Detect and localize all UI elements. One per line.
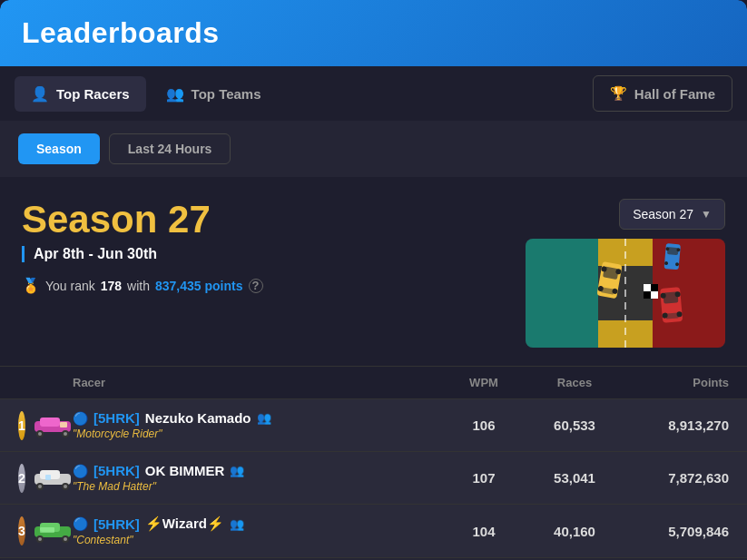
wpm-cell-1: 106 xyxy=(438,418,529,433)
svg-point-41 xyxy=(38,485,42,488)
wpm-cell-2: 107 xyxy=(438,470,529,486)
svg-rect-43 xyxy=(45,475,51,480)
tab-top-teams-label: Top Teams xyxy=(192,86,261,102)
svg-rect-24 xyxy=(664,243,681,270)
rank-trophy-icon: 🏅 xyxy=(22,277,40,294)
racer-title-3: "Contestant" xyxy=(73,534,244,546)
season-dropdown[interactable]: Season 27 ▼ xyxy=(619,199,725,230)
filter-season-label: Season xyxy=(36,142,82,156)
racer-cell-2: 🔵 [5HRK] OK BIMMER 👥 "The Mad Hatter" xyxy=(73,463,438,493)
car-icon-2 xyxy=(33,466,73,491)
svg-rect-1 xyxy=(526,239,598,348)
racer-team-2: [5HRK] xyxy=(93,463,140,478)
svg-point-42 xyxy=(64,485,67,488)
tab-top-teams[interactable]: 👥 Top Teams xyxy=(150,76,278,112)
medal-bronze: 3 xyxy=(18,516,25,545)
svg-rect-7 xyxy=(644,291,651,299)
race-track-image xyxy=(526,239,725,348)
season-title: Season 27 xyxy=(22,199,263,241)
page-header: Leaderboards xyxy=(0,0,747,66)
racer-team-3: [5HRK] xyxy=(93,516,140,532)
rank-with-text: with xyxy=(127,279,150,293)
racer-name-row-3: 🔵 [5HRK] ⚡Wizard⚡ 👥 xyxy=(73,516,244,532)
racer-title-1: "Motorcycle Rider" xyxy=(73,427,271,440)
teams-icon: 👥 xyxy=(166,85,184,103)
verified-icon-1: 🔵 xyxy=(73,411,88,426)
racer-cell-3: 🔵 [5HRK] ⚡Wizard⚡ 👥 "Contestant" xyxy=(73,516,438,546)
filter-season-button[interactable]: Season xyxy=(18,133,100,164)
svg-rect-50 xyxy=(40,527,54,533)
col-wpm: WPM xyxy=(438,376,529,389)
racer-details-1: 🔵 [5HRK] Nezuko Kamado 👥 "Motorcycle Rid… xyxy=(73,410,271,440)
racer-details-2: 🔵 [5HRK] OK BIMMER 👥 "The Mad Hatter" xyxy=(73,463,244,493)
racer-cell-1: 🔵 [5HRK] Nezuko Kamado 👥 "Motorcycle Rid… xyxy=(73,410,438,440)
tab-top-racers-label: Top Racers xyxy=(56,86,130,102)
hall-of-fame-button[interactable]: 🏆 Hall of Fame xyxy=(593,75,732,112)
races-cell-2: 53,041 xyxy=(529,470,620,486)
racer-name-1: Nezuko Kamado xyxy=(145,410,251,426)
filter-bar: Season Last 24 Hours xyxy=(0,121,747,177)
svg-rect-8 xyxy=(651,291,658,299)
car-icon-1 xyxy=(33,413,73,438)
season-dropdown-value: Season 27 xyxy=(633,207,693,221)
points-cell-3: 5,709,846 xyxy=(620,524,729,539)
svg-point-48 xyxy=(38,537,42,541)
team-member-icon-1: 👥 xyxy=(257,411,271,425)
team-member-icon-2: 👥 xyxy=(230,464,244,477)
col-rank xyxy=(18,376,73,389)
racer-icon: 👤 xyxy=(31,85,49,103)
col-racer: Racer xyxy=(73,376,438,389)
hall-of-fame-label: Hall of Fame xyxy=(634,86,715,102)
table-row[interactable]: 1 🔵 xyxy=(0,399,747,452)
svg-rect-5 xyxy=(644,284,651,291)
racer-name-3: ⚡Wizard⚡ xyxy=(145,516,224,532)
rank-cell-3: 3 xyxy=(18,516,73,545)
svg-point-35 xyxy=(64,432,67,436)
table-row[interactable]: 2 🔵 [5HRK] xyxy=(0,452,747,505)
races-cell-1: 60,533 xyxy=(529,418,620,433)
chevron-down-icon: ▼ xyxy=(701,208,712,221)
svg-point-49 xyxy=(64,537,67,541)
filter-last24-label: Last 24 Hours xyxy=(128,142,212,156)
rank-text: You rank xyxy=(45,279,95,293)
leaderboard-table: Racer WPM Races Points 1 xyxy=(0,366,747,560)
racer-team-1: [5HRK] xyxy=(93,410,140,426)
rank-help-icon[interactable]: ? xyxy=(249,279,263,293)
verified-icon-3: 🔵 xyxy=(73,516,88,531)
table-row[interactable]: 3 🔵 [5HRK] xyxy=(0,505,747,558)
season-visual: Season 27 ▼ xyxy=(526,199,725,348)
svg-rect-36 xyxy=(60,422,67,427)
tab-top-racers[interactable]: 👤 Top Racers xyxy=(15,76,146,112)
tabs-left: 👤 Top Racers 👥 Top Teams xyxy=(15,76,278,112)
rank-cell-2: 2 xyxy=(18,464,73,493)
racer-name-2: OK BIMMER xyxy=(145,463,225,478)
svg-rect-6 xyxy=(651,284,658,291)
tabs-bar: 👤 Top Racers 👥 Top Teams 🏆 Hall of Fame xyxy=(0,66,747,121)
season-dates: Apr 8th - Jun 30th xyxy=(22,246,263,262)
racer-title-2: "The Mad Hatter" xyxy=(73,480,244,493)
svg-point-34 xyxy=(38,432,42,436)
col-races: Races xyxy=(529,376,620,389)
car-icon-3 xyxy=(33,518,73,544)
racer-details-3: 🔵 [5HRK] ⚡Wizard⚡ 👥 "Contestant" xyxy=(73,516,244,546)
table-header: Racer WPM Races Points xyxy=(0,366,747,399)
points-cell-2: 7,872,630 xyxy=(620,470,729,486)
page-title: Leaderboards xyxy=(22,16,725,50)
points-cell-1: 8,913,270 xyxy=(620,418,729,433)
filter-last24-button[interactable]: Last 24 Hours xyxy=(109,133,231,164)
racer-name-row-2: 🔵 [5HRK] OK BIMMER 👥 xyxy=(73,463,244,478)
medal-gold: 1 xyxy=(18,411,25,440)
trophy-icon: 🏆 xyxy=(610,85,627,102)
rank-number: 178 xyxy=(101,279,122,293)
medal-silver: 2 xyxy=(18,464,25,493)
rank-cell-1: 1 xyxy=(18,411,73,440)
races-cell-3: 40,160 xyxy=(529,524,620,539)
team-member-icon-3: 👥 xyxy=(230,517,244,531)
racer-name-row-1: 🔵 [5HRK] Nezuko Kamado 👥 xyxy=(73,410,271,426)
verified-icon-2: 🔵 xyxy=(73,464,88,478)
svg-rect-31 xyxy=(40,418,60,427)
col-points: Points xyxy=(620,376,729,389)
rank-info: 🏅 You rank 178 with 837,435 points ? xyxy=(22,277,263,294)
rank-points: 837,435 points xyxy=(155,279,243,293)
season-info: Season 27 Apr 8th - Jun 30th 🏅 You rank … xyxy=(22,199,263,294)
